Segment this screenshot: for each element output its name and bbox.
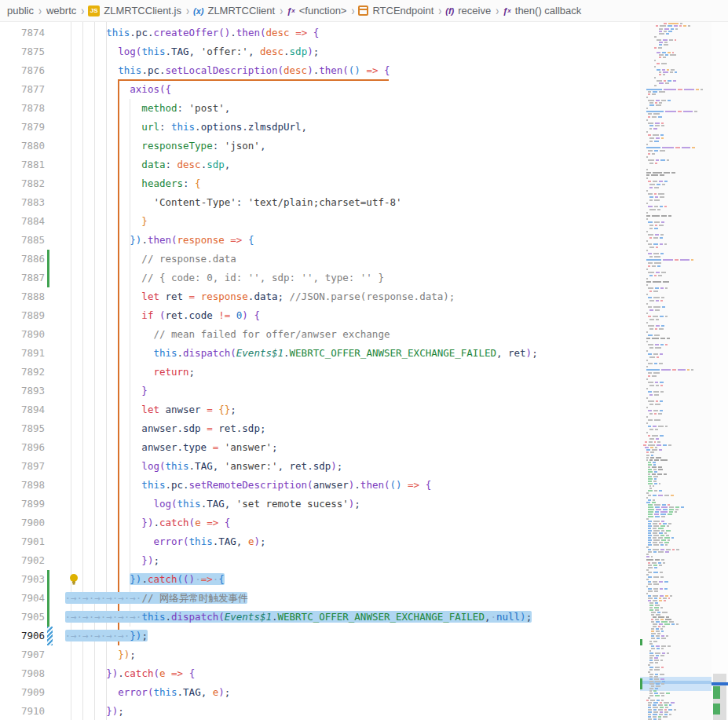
code-line-7888[interactable]: 7888 let ret = response.data; //JSON.par… (0, 287, 640, 306)
breadcrumb-item-receive[interactable]: (f)receive (445, 5, 492, 16)
code-token: { (218, 573, 225, 585)
line-number[interactable]: 7896 (0, 438, 45, 457)
code-line-7892[interactable]: 7892 return; (0, 363, 640, 382)
code-line-7909[interactable]: 7909 error(this.TAG, e); (0, 683, 640, 702)
line-number[interactable]: 7909 (0, 683, 45, 702)
code-line-7885[interactable]: 7885 }).then(response => { (0, 231, 640, 250)
line-number[interactable]: 7892 (0, 363, 45, 382)
code-line-7876[interactable]: 7876 this.pc.setLocalDescription(desc).t… (0, 61, 640, 80)
line-number[interactable]: 7905 (0, 608, 45, 627)
code-line-7886[interactable]: 7886 // response.data (0, 250, 640, 269)
code-line-7910[interactable]: 7910 }); (0, 702, 640, 720)
line-number[interactable]: 7885 (0, 231, 45, 250)
code-line-7905[interactable]: 7905 ·→·→·→·→·→·→·this.dispatch(Events$1… (0, 608, 640, 627)
minimap-token (649, 104, 654, 106)
line-number[interactable]: 7888 (0, 287, 45, 306)
code-line-7897[interactable]: 7897 log(this.TAG, 'answer:', ret.sdp); (0, 457, 640, 476)
line-number[interactable]: 7886 (0, 250, 45, 269)
line-number[interactable]: 7903 (0, 570, 45, 589)
code-line-7890[interactable]: 7890 // mean failed for offer/anwser exc… (0, 325, 640, 344)
code-line-7879[interactable]: 7879 url: this.options.zlmsdpUrl, (0, 118, 640, 137)
code-line-7904[interactable]: 7904 ·→·→·→·→·→·→·// 网络异常时触发事件 (0, 589, 640, 608)
code-line-7880[interactable]: 7880 responseType: 'json', (0, 137, 640, 155)
breadcrumb-item-then-callback[interactable]: ƒxthen() callback (503, 5, 582, 16)
breadcrumb-item-zlmrtcclient-js[interactable]: JSZLMRTCClient.js (88, 5, 182, 16)
line-number[interactable]: 7875 (0, 42, 45, 61)
code-line-7877[interactable]: 7877 axios({ (0, 80, 640, 99)
breadcrumb-item-rtcendpoint[interactable]: RTCEndpoint (358, 5, 434, 16)
code-line-7894[interactable]: 7894 let anwser = {}; (0, 400, 640, 419)
minimap-token (651, 612, 656, 613)
line-number[interactable]: 7879 (0, 118, 45, 137)
line-number[interactable]: 7901 (0, 532, 45, 551)
line-number[interactable]: 7889 (0, 306, 45, 325)
line-number[interactable]: 7881 (0, 155, 45, 174)
minimap-token (648, 344, 653, 345)
line-number[interactable]: 7893 (0, 382, 45, 400)
minimap-token (648, 714, 651, 715)
code-line-7881[interactable]: 7881 data: desc.sdp, (0, 155, 640, 174)
code-line-7903[interactable]: 7903 }).catch(()·=>·{ (0, 570, 640, 589)
code-line-7883[interactable]: 7883 'Content-Type': 'text/plain;charset… (0, 193, 640, 212)
code-line-7882[interactable]: 7882 headers: { (0, 174, 640, 193)
breadcrumb-item-public[interactable]: public (6, 5, 35, 16)
modified-lines-marker[interactable] (47, 250, 49, 287)
breadcrumb-item-zlmrtcclient[interactable]: (x)ZLMRTCClient (193, 5, 276, 16)
code-line-7901[interactable]: 7901 error(this.TAG, e); (0, 532, 640, 551)
line-number[interactable]: 7878 (0, 99, 45, 118)
code-line-7907[interactable]: 7907 }); (0, 645, 640, 664)
code-line-7908[interactable]: 7908 }).catch(e => { (0, 664, 640, 683)
line-number[interactable]: 7904 (0, 589, 45, 608)
code-line-7906[interactable]: 7906 ·→·→·→·→·→·}); (0, 627, 640, 645)
code-line-7891[interactable]: 7891 this.dispatch(Events$1.WEBRTC_OFFER… (0, 344, 640, 363)
code-line-7895[interactable]: 7895 anwser.sdp = ret.sdp; (0, 419, 640, 438)
code-line-7900[interactable]: 7900 }).catch(e => { (0, 514, 640, 532)
minimap-token (654, 221, 660, 223)
code-line-7893[interactable]: 7893 } (0, 382, 640, 400)
line-number[interactable]: 7906 (0, 627, 45, 645)
line-number[interactable]: 7910 (0, 702, 45, 720)
line-number[interactable]: 7900 (0, 514, 45, 532)
line-number[interactable]: 7908 (0, 664, 45, 683)
line-number[interactable]: 7876 (0, 61, 45, 80)
editor-pane[interactable]: 7874 this.pc.createOffer().then(desc => … (0, 22, 728, 720)
breadcrumb-item--function-[interactable]: ƒx<function> (287, 5, 347, 16)
line-number[interactable]: 7883 (0, 193, 45, 212)
code-line-7899[interactable]: 7899 log(this.TAG, 'set remote sucess'); (0, 495, 640, 514)
line-number[interactable]: 7884 (0, 212, 45, 231)
code-line-7898[interactable]: 7898 this.pc.setRemoteDescription(anwser… (0, 476, 640, 495)
code-line-7889[interactable]: 7889 if (ret.code != 0) { (0, 306, 640, 325)
minimap[interactable] (640, 22, 712, 720)
modified-lines-marker[interactable] (47, 570, 49, 627)
line-number[interactable]: 7891 (0, 344, 45, 363)
line-number[interactable]: 7899 (0, 495, 45, 514)
line-number[interactable]: 7890 (0, 325, 45, 344)
code-line-7896[interactable]: 7896 anwser.type = 'answer'; (0, 438, 640, 457)
line-number[interactable]: 7895 (0, 419, 45, 438)
breadcrumb-item-webrtc[interactable]: webrtc (46, 5, 77, 16)
code-line-7875[interactable]: 7875 log(this.TAG, 'offer:', desc.sdp); (0, 42, 640, 61)
line-number[interactable]: 7887 (0, 269, 45, 287)
code-line-7887[interactable]: 7887 // { code: 0, id: '', sdp: '', type… (0, 269, 640, 287)
line-number[interactable]: 7877 (0, 80, 45, 99)
line-number[interactable]: 7897 (0, 457, 45, 476)
minimap-token (659, 44, 662, 46)
line-number[interactable]: 7894 (0, 400, 45, 419)
line-number[interactable]: 7874 (0, 24, 45, 42)
code-line-7902[interactable]: 7902 }); (0, 551, 640, 570)
line-number[interactable]: 7907 (0, 645, 45, 664)
line-number[interactable]: 7882 (0, 174, 45, 193)
minimap-token (660, 511, 668, 513)
code-line-7878[interactable]: 7878 method: 'post', (0, 99, 640, 118)
lightbulb-icon[interactable] (68, 573, 79, 586)
code-line-7884[interactable]: 7884 } (0, 212, 640, 231)
minimap-token (649, 228, 653, 229)
scrollbar[interactable] (712, 22, 728, 720)
line-number[interactable]: 7880 (0, 137, 45, 155)
code-line-7874[interactable]: 7874 this.pc.createOffer().then(desc => … (0, 24, 640, 42)
minimap-token (661, 638, 666, 639)
pending-change-marker[interactable] (47, 627, 53, 645)
line-number[interactable]: 7898 (0, 476, 45, 495)
minimap-token (654, 607, 659, 609)
line-number[interactable]: 7902 (0, 551, 45, 570)
